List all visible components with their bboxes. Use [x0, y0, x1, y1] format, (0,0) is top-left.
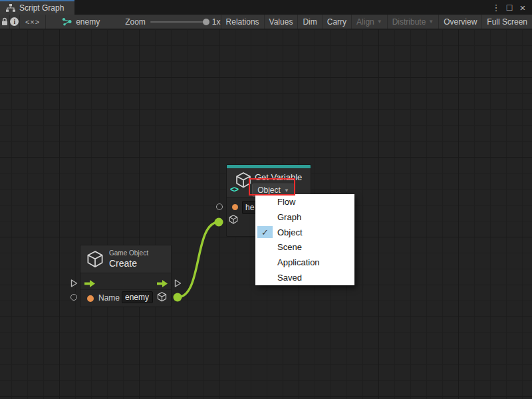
window-titlebar: Script Graph ⋮ □ × [0, 0, 532, 15]
menu-item-scene[interactable]: Scene [255, 239, 354, 255]
chevron-down-icon: ▼ [428, 19, 434, 25]
info-icon: i [10, 17, 19, 26]
menu-item-object[interactable]: ✓ Object [255, 225, 354, 240]
game-object-cube-icon [85, 249, 105, 269]
distribute-button: Distribute▼ [387, 15, 439, 29]
menu-item-graph[interactable]: Graph [255, 209, 354, 225]
create-object-out-port [174, 293, 182, 302]
zoom-label: Zoom [125, 17, 146, 27]
flow-in-port[interactable] [69, 279, 78, 291]
graph-canvas[interactable]: <> Get Variable Object ▼ [0, 29, 532, 399]
name-input[interactable] [122, 291, 153, 303]
get-variable-header: <> Get Variable Object ▼ [227, 168, 311, 198]
create-node-body: Name [80, 273, 171, 307]
flow-out-arrow-icon[interactable] [157, 278, 168, 290]
toolbar-buttons: Relations Values Dim Carry Align▼ Distri… [221, 15, 532, 29]
lock-icon [1, 17, 9, 26]
zoom-slider[interactable] [150, 21, 207, 23]
maximize-button[interactable]: □ [504, 1, 515, 13]
align-button: Align▼ [351, 15, 387, 29]
variable-cube-icon: <> [230, 171, 253, 194]
graph-tab-icon [6, 4, 15, 12]
tab-script-graph[interactable]: Script Graph [0, 0, 74, 15]
window-controls: ⋮ □ × [491, 0, 532, 15]
string-port-dot[interactable] [87, 295, 94, 302]
code-preview-button[interactable]: <×> [20, 15, 46, 29]
flow-row [80, 273, 171, 290]
graph-toolbar: i <×> enemy Zoom 1x Relations Values Dim… [0, 15, 532, 29]
chevron-down-icon: ▼ [284, 188, 289, 194]
full-screen-button[interactable]: Full Screen [481, 15, 532, 29]
breadcrumb-label: enemy [76, 17, 100, 27]
create-node-header: Game Object Create [80, 245, 171, 273]
name-row: Name [80, 290, 171, 307]
dim-button[interactable]: Dim [297, 15, 321, 29]
variable-kind-menu: Flow Graph ✓ Object Scene Application Sa… [255, 194, 354, 285]
node-title: Create [109, 258, 137, 269]
relations-button[interactable]: Relations [221, 15, 264, 29]
flow-out-port[interactable] [173, 279, 182, 291]
flow-in-arrow-icon[interactable] [84, 278, 95, 290]
get-variable-source-port [215, 218, 223, 227]
values-button[interactable]: Values [264, 15, 298, 29]
code-brackets-icon: <> [230, 185, 238, 194]
zoom-level: 1x [212, 17, 221, 27]
get-variable-name-port[interactable] [216, 203, 223, 210]
tab-title: Script Graph [19, 3, 64, 13]
info-button[interactable]: i [10, 15, 20, 29]
graph-breadcrumb[interactable]: enemy [55, 15, 106, 29]
zoom-control: Zoom 1x [125, 15, 220, 29]
code-icon: <×> [25, 18, 40, 26]
graph-icon [62, 17, 72, 26]
object-port-cube-icon[interactable] [156, 291, 168, 303]
game-object-create-node[interactable]: Game Object Create Name [80, 245, 172, 307]
menu-item-saved[interactable]: Saved [255, 270, 354, 285]
name-value-in-port[interactable] [70, 294, 77, 301]
node-subtitle: Game Object [109, 249, 148, 257]
object-port-cube-icon[interactable] [228, 214, 239, 225]
carry-button[interactable]: Carry [322, 15, 351, 29]
close-button[interactable]: × [517, 1, 528, 13]
menu-item-application[interactable]: Application [255, 255, 354, 270]
string-port-dot[interactable] [232, 204, 238, 210]
check-icon: ✓ [257, 226, 273, 239]
zoom-slider-handle[interactable] [203, 19, 209, 25]
overview-button[interactable]: Overview [438, 15, 481, 29]
node-title: Get Variable [255, 172, 302, 182]
name-label: Name [98, 293, 120, 303]
menu-item-flow[interactable]: Flow [255, 194, 354, 209]
window-menu-button[interactable]: ⋮ [491, 1, 501, 13]
chevron-down-icon: ▼ [377, 19, 382, 25]
lock-button[interactable] [0, 15, 10, 29]
